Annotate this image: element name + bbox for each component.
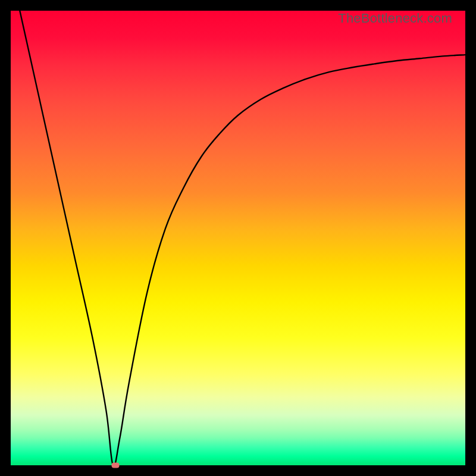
plot-area: TheBottleneck.com <box>11 11 465 465</box>
curve-line <box>11 11 465 465</box>
minimum-marker <box>111 463 119 468</box>
chart-frame: TheBottleneck.com <box>0 0 476 476</box>
watermark-label: TheBottleneck.com <box>338 11 452 26</box>
